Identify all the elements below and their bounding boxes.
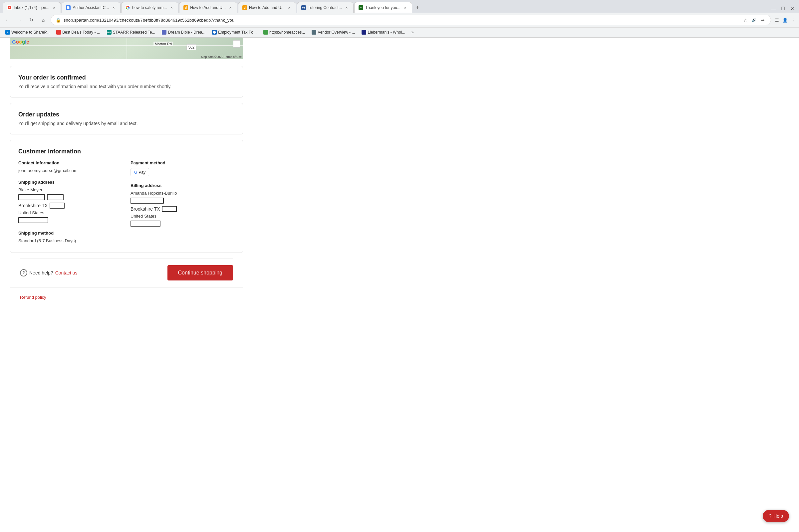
bookmark-staar[interactable]: TEA STAARR Released Te... — [104, 29, 158, 36]
tab-search-label: how to safely rem... — [132, 5, 167, 10]
profile-icon[interactable]: 👤 — [782, 17, 788, 23]
tab-d1-close[interactable]: × — [228, 5, 233, 10]
billing-city-state-line: Brookshire TX — [130, 205, 235, 213]
tab-spartan[interactable]: S Thank you for you... × — [354, 2, 412, 13]
homeaccess-favicon — [263, 30, 268, 35]
share-icon[interactable]: ➦ — [759, 17, 766, 23]
url-text: shop.spartan.com/13210493/checkouts/7bef… — [63, 18, 739, 23]
tab-author-label: Author Assistant C... — [73, 5, 109, 10]
gpay-g-icon: G — [134, 170, 137, 175]
order-confirmed-subtitle: You'll receive a confirmation email and … — [18, 84, 235, 89]
new-tab-button[interactable]: + — [413, 3, 422, 13]
shipping-zip-redacted — [50, 203, 64, 209]
toolbar-icons: ☷ 👤 ⋮ — [774, 17, 796, 23]
address-bar[interactable]: 🔒 shop.spartan.com/13210493/checkouts/7b… — [51, 15, 771, 25]
tab-d2[interactable]: d How to Add and U... × — [238, 2, 296, 13]
tab-d1-label: How to Add and U... — [190, 5, 226, 10]
restore-button[interactable]: ❐ — [779, 5, 787, 13]
customer-info-title: Customer information — [18, 148, 235, 155]
d2-favicon: d — [242, 5, 247, 10]
shipping-address-label: Shipping address — [18, 180, 123, 185]
help-section: ? Need help? Contact us — [20, 269, 78, 277]
footer-divider — [10, 287, 243, 287]
bookmark-sharepoint[interactable]: S Welcome to ShareP... — [3, 29, 52, 36]
tab-d1[interactable]: d How to Add and U... × — [179, 2, 237, 13]
minimize-button[interactable]: — — [770, 5, 778, 13]
help-float-label: Help — [773, 513, 783, 519]
bookmark-dream[interactable]: Dream Bible - Drea... — [159, 29, 208, 36]
bookmark-homeaccess[interactable]: https://homeacces... — [261, 29, 308, 36]
right-panel — [253, 38, 799, 530]
shipping-method-value: Standard (5-7 Business Days) — [18, 238, 123, 243]
order-confirmed-title: Your order is confirmed — [18, 74, 235, 81]
vendor-favicon — [312, 30, 316, 35]
tab-spartan-label: Thank you for you... — [365, 5, 401, 10]
map-zoom-out[interactable]: − — [233, 40, 240, 48]
shipping-city-state-line: Brookshire TX — [18, 202, 123, 209]
reload-button[interactable]: ↻ — [26, 15, 36, 25]
back-button[interactable]: ← — [3, 15, 12, 25]
lock-icon: 🔒 — [56, 18, 61, 23]
billing-phone-redacted — [130, 221, 161, 227]
main-content: Google Morton Rd 362 − Map data ©2020 Te… — [0, 38, 253, 530]
shipping-city-state: Brookshire TX — [18, 203, 48, 208]
tab-gmail[interactable]: Inbox (1,174) - jen... × — [3, 2, 61, 13]
gpay-container: G Pay — [130, 168, 235, 176]
more-icon[interactable]: ⋮ — [790, 17, 796, 23]
address-bar-row: ← → ↻ ⌂ 🔒 shop.spartan.com/13210493/chec… — [0, 13, 799, 27]
bookmark-star-icon[interactable]: ☆ — [742, 17, 749, 23]
bookmarks-bar: S Welcome to ShareP... Best Deals Today … — [0, 27, 799, 37]
right-column: Payment method G Pay Billing address Ama… — [130, 160, 235, 245]
extensions-icon[interactable]: ☷ — [774, 17, 780, 23]
shipping-method-section: Shipping method Standard (5-7 Business D… — [18, 231, 123, 243]
page-content: Google Morton Rd 362 − Map data ©2020 Te… — [0, 38, 799, 530]
bookmark-vendor[interactable]: Vendor Overview - ... — [309, 29, 357, 36]
google-favicon — [126, 5, 130, 10]
close-button[interactable]: ✕ — [788, 5, 796, 13]
tab-gmail-close[interactable]: × — [51, 5, 57, 10]
tab-search-close[interactable]: × — [169, 5, 174, 10]
bookmark-lieberman[interactable]: Lieberman's - Whol... — [359, 29, 408, 36]
deals-favicon — [56, 30, 61, 35]
billing-city-state: Brookshire TX — [130, 206, 160, 212]
extension-icon[interactable]: 🔊 — [751, 17, 757, 23]
bookmarks-more[interactable]: » — [409, 29, 415, 36]
tab-author[interactable]: Author Assistant C... × — [61, 2, 120, 13]
map-road-v — [127, 38, 127, 59]
bookmark-vendor-label: Vendor Overview - ... — [318, 30, 355, 35]
tab-word-label: Tutoring Contract... — [308, 5, 342, 10]
refund-policy-link[interactable]: Refund policy — [10, 291, 56, 303]
lieberman-favicon — [361, 30, 366, 35]
bookmark-deals-label: Best Deals Today - ... — [62, 30, 100, 35]
contact-link[interactable]: Contact us — [55, 270, 78, 276]
order-confirmed-card: Your order is confirmed You'll receive a… — [10, 66, 243, 97]
tab-gmail-label: Inbox (1,174) - jen... — [14, 5, 49, 10]
tab-word-close[interactable]: × — [344, 5, 349, 10]
gpay-text: Pay — [138, 170, 146, 175]
d1-favicon: d — [183, 5, 188, 10]
billing-street-redacted — [130, 197, 164, 204]
map-image: Google Morton Rd 362 − Map data ©2020 Te… — [10, 38, 243, 59]
tab-author-close[interactable]: × — [111, 5, 116, 10]
browser-chrome: Inbox (1,174) - jen... × Author Assistan… — [0, 0, 799, 38]
forward-button[interactable]: → — [15, 15, 24, 25]
help-float-icon: ? — [769, 513, 772, 519]
gpay-badge: G Pay — [130, 168, 149, 176]
tab-search[interactable]: how to safely rem... × — [121, 2, 179, 13]
dream-favicon — [162, 30, 166, 35]
tab-spartan-close[interactable]: × — [403, 5, 408, 10]
bookmark-employment[interactable]: Employment Tax Fo... — [209, 29, 259, 36]
help-float-button[interactable]: ? Help — [763, 510, 789, 522]
home-button[interactable]: ⌂ — [39, 15, 48, 25]
bookmark-deals[interactable]: Best Deals Today - ... — [54, 29, 103, 36]
billing-name: Amanda Hopkins-Burillo — [130, 191, 235, 196]
tab-d2-label: How to Add and U... — [249, 5, 285, 10]
tab-d2-close[interactable]: × — [286, 5, 292, 10]
shipping-street2-redacted — [47, 194, 63, 200]
bookmark-sharepoint-label: Welcome to ShareP... — [11, 30, 50, 35]
order-updates-title: Order updates — [18, 111, 235, 118]
tab-word[interactable]: W Tutoring Contract... × — [297, 2, 354, 13]
continue-shopping-button[interactable]: Continue shopping — [167, 265, 233, 281]
billing-address-line1 — [130, 197, 235, 204]
gmail-favicon — [7, 5, 12, 10]
